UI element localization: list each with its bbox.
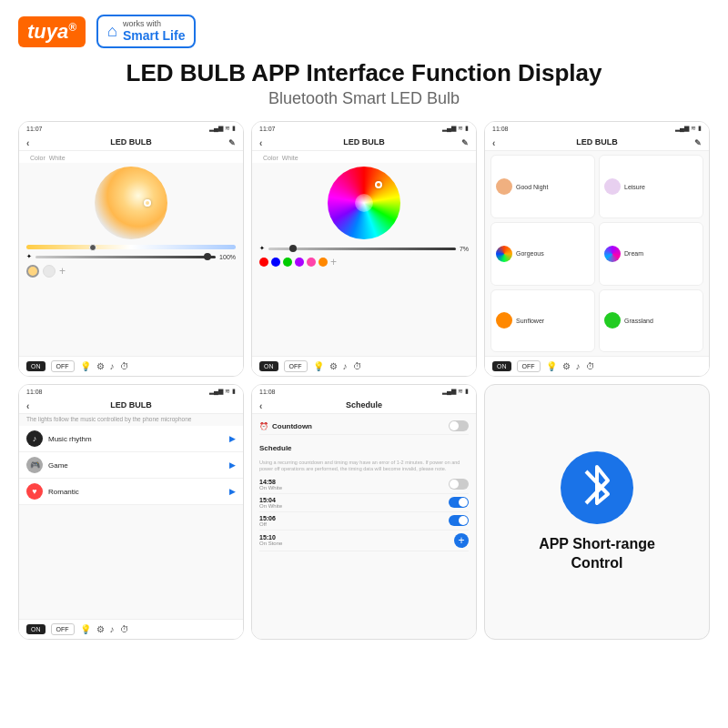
battery-icon-1: ▮ [232,125,236,132]
battery-icon-4: ▮ [232,388,236,395]
toolbar-icon-music-4[interactable]: ♪ [110,624,115,634]
color-dots-row-1: + [19,262,243,280]
back-arrow-3[interactable]: ‹ [492,137,495,147]
screen-content-2: ColorWhite ✦ 7% [252,151,476,356]
on-button-3[interactable]: ON [492,361,511,371]
scene-btn-gorgeous[interactable]: Gorgeous [490,222,595,286]
back-arrow-5[interactable]: ‹ [259,400,262,410]
scene-color-leisure [604,178,621,195]
countdown-toggle[interactable] [449,420,469,431]
schedule-time-2: 15:04 [259,497,282,503]
slider-track-1 [35,256,216,258]
play-btn-romantic[interactable]: ▶ [229,487,236,496]
toolbar-icon-clock-4[interactable]: ⏱ [120,624,129,634]
toolbar-icon-clock-2[interactable]: ⏱ [353,361,362,371]
schedule-toggle-2[interactable] [449,497,469,508]
color-label-2: ColorWhite [252,151,476,163]
music-item-romantic[interactable]: ♥ Romantic ▶ [19,479,243,505]
schedule-label-text: Schedule [259,444,292,452]
schedule-desc-3: Off [259,521,276,527]
wifi-icon-2: ≋ [458,125,463,132]
color-temp-bar[interactable] [26,245,236,249]
color-dot-2[interactable] [43,265,56,278]
phone-title-bar-3: ‹ LED BULB ✎ [485,135,709,151]
bluetooth-icon-circle [561,451,633,524]
rdot-5[interactable] [307,258,316,267]
phone-title-bar-1: ‹ LED BULB ✎ [19,135,243,151]
toolbar-icon-gear-1[interactable]: ⚙ [96,361,105,371]
status-icons-5: ▂▄▆ ≋ ▮ [442,388,469,395]
toolbar-icon-bulb-4[interactable]: 💡 [80,624,91,634]
toolbar-icon-music-2[interactable]: ♪ [343,361,348,371]
on-button-4[interactable]: ON [26,624,46,634]
toolbar-icon-clock-3[interactable]: ⏱ [586,361,595,371]
on-button-2[interactable]: ON [259,361,278,371]
rdot-2[interactable] [271,258,280,267]
back-arrow-1[interactable]: ‹ [26,137,29,147]
scene-btn-grassland[interactable]: Grassland [599,289,703,353]
toolbar-icon-music-3[interactable]: ♪ [576,361,581,371]
page: tuya® ⌂ works with Smart Life LED BULB A… [0,0,728,728]
schedule-add-btn[interactable]: + [454,533,469,548]
schedule-toggle-3[interactable] [449,515,469,526]
scene-color-goodnight [496,178,512,195]
schedule-toggle-1[interactable] [449,479,469,490]
rdot-6[interactable] [318,258,328,267]
sub-title: Bluetooth Smart LED Bulb [18,89,710,108]
rainbow-color-wheel[interactable] [328,167,400,239]
toolbar-icon-bulb-1[interactable]: 💡 [80,361,91,371]
brightness-value-2: 7% [460,246,469,252]
off-button-1[interactable]: OFF [51,360,75,372]
toolbar-icon-music-1[interactable]: ♪ [110,361,115,371]
on-button-1[interactable]: ON [26,361,46,371]
add-color-icon-2[interactable]: + [330,256,337,268]
off-button-2[interactable]: OFF [284,360,308,372]
toolbar-icon-gear-3[interactable]: ⚙ [562,361,571,371]
color-label-text-2: Color [263,155,278,161]
schedule-desc-1: On White [259,485,282,490]
music-item-game[interactable]: 🎮 Game ▶ [19,452,243,479]
rdot-3[interactable] [283,258,292,267]
bottom-toolbar-4: ON OFF 💡 ⚙ ♪ ⏱ [19,619,243,639]
main-title: LED BULB APP Interface Function Display [18,59,710,87]
play-btn-rhythm[interactable]: ▶ [229,434,236,443]
signal-icon-1: ▂▄▆ [209,125,223,132]
music-item-rhythm[interactable]: ♪ Music rhythm ▶ [19,426,243,452]
scene-btn-sunflower[interactable]: Sunflower [490,289,595,353]
color-dot-1[interactable] [26,265,39,278]
edit-icon-1[interactable]: ✎ [228,138,236,147]
add-color-icon-1[interactable]: + [59,265,66,278]
scene-btn-goodnight[interactable]: Good Night [490,155,595,218]
screen-schedule: 11:08 ▂▄▆ ≋ ▮ ‹ Schedule ⏰ [251,384,477,640]
schedule-time-3: 15:06 [259,515,276,521]
toolbar-icon-clock-1[interactable]: ⏱ [120,361,129,371]
edit-icon-3[interactable]: ✎ [694,138,702,147]
play-btn-game[interactable]: ▶ [229,460,236,470]
music-name-game: Game [48,461,68,470]
warm-color-wheel[interactable] [95,167,167,239]
rdot-1[interactable] [259,258,268,267]
rdot-4[interactable] [295,258,304,267]
brightness-value-1: 100% [219,254,236,260]
off-button-3[interactable]: OFF [517,360,541,372]
phone-inner-1: 11:07 ▂▄▆ ≋ ▮ ‹ LED BULB ✎ ColorWhite [19,122,243,376]
edit-icon-2[interactable]: ✎ [461,138,469,147]
toolbar-icon-bulb-2[interactable]: 💡 [313,361,324,371]
back-arrow-4[interactable]: ‹ [26,400,29,410]
toolbar-icon-bulb-3[interactable]: 💡 [546,361,557,371]
back-arrow-2[interactable]: ‹ [259,137,262,147]
brightness-slider-2[interactable]: ✦ 7% [252,243,476,254]
scene-btn-dream[interactable]: Dream [599,222,703,286]
bottom-toolbar-2: ON OFF 💡 ⚙ ♪ ⏱ [252,356,476,376]
wifi-icon-4: ≋ [225,388,230,395]
status-icons-1: ▂▄▆ ≋ ▮ [209,125,236,132]
music-icon-romantic: ♥ [26,483,43,500]
toolbar-icon-gear-2[interactable]: ⚙ [329,361,338,371]
scene-grid: Good Night Leisure Gorgeous [485,151,709,356]
schedule-desc-2: On White [259,503,282,509]
toolbar-icon-gear-4[interactable]: ⚙ [96,624,105,634]
screen-content-1: ColorWhite ✦ 100% [19,151,243,356]
brightness-slider-1[interactable]: ✦ 100% [19,251,243,262]
scene-btn-leisure[interactable]: Leisure [599,155,703,218]
off-button-4[interactable]: OFF [51,623,75,635]
